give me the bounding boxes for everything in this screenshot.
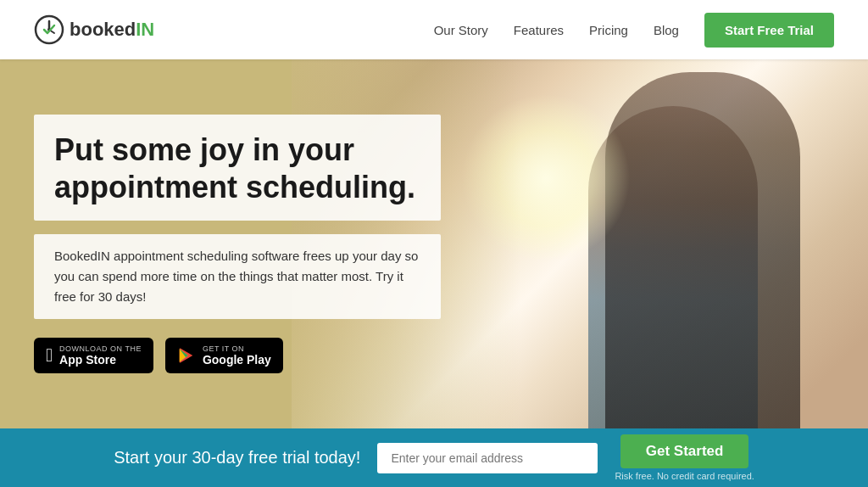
app-store-text: Download on the App Store xyxy=(59,344,142,367)
start-free-trial-button[interactable]: Start Free Trial xyxy=(704,13,834,48)
logo-text: bookedIN xyxy=(70,19,154,41)
hero-content: Put some joy in your appointment schedul… xyxy=(0,59,475,428)
nav-features[interactable]: Features xyxy=(514,23,564,37)
hero-headline-box: Put some joy in your appointment schedul… xyxy=(34,115,441,220)
get-started-button[interactable]: Get Started xyxy=(620,434,749,468)
hero-headline: Put some joy in your appointment schedul… xyxy=(54,132,420,204)
nav-blog[interactable]: Blog xyxy=(654,23,679,37)
apple-icon:  xyxy=(46,346,53,365)
cta-text: Start your 30-day free trial today! xyxy=(114,448,360,467)
hero-section: Put some joy in your appointment schedul… xyxy=(0,59,868,428)
app-store-button[interactable]:  Download on the App Store xyxy=(34,338,153,373)
app-store-pre-label: Download on the xyxy=(59,344,142,353)
cta-bar: Start your 30-day free trial today! Get … xyxy=(0,428,868,487)
header: bookedIN Our Story Features Pricing Blog… xyxy=(0,0,868,59)
google-play-pre-label: GET IT ON xyxy=(203,344,271,353)
cta-disclaimer: Risk free. No credit card required. xyxy=(615,471,754,481)
main-nav: Our Story Features Pricing Blog Start Fr… xyxy=(434,13,834,48)
google-play-button[interactable]: GET IT ON Google Play xyxy=(165,338,283,373)
nav-pricing[interactable]: Pricing xyxy=(589,23,628,37)
nav-our-story[interactable]: Our Story xyxy=(434,23,488,37)
hero-subtext: BookedIN appointment scheduling software… xyxy=(54,246,420,307)
google-play-label: Google Play xyxy=(203,353,271,367)
app-store-label: App Store xyxy=(59,353,142,367)
cta-right: Get Started Risk free. No credit card re… xyxy=(615,434,754,481)
logo[interactable]: bookedIN xyxy=(34,14,154,45)
hero-subtext-box: BookedIN appointment scheduling software… xyxy=(34,234,441,319)
google-play-icon xyxy=(177,346,196,365)
app-buttons-container:  Download on the App Store GET IT xyxy=(34,338,441,373)
logo-icon xyxy=(34,14,64,45)
google-play-text: GET IT ON Google Play xyxy=(203,344,271,367)
email-input[interactable] xyxy=(377,443,598,473)
